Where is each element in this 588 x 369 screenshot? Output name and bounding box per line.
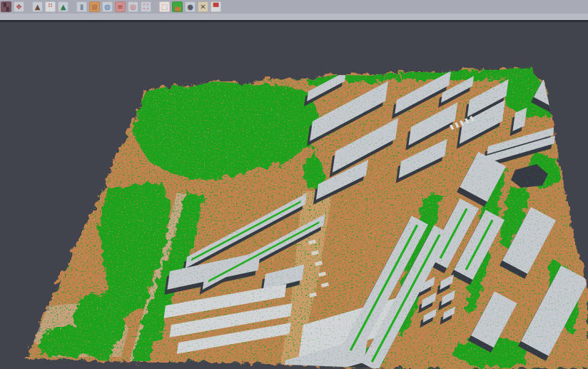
cut-tool-icon[interactable]: ✕ [198, 1, 208, 12]
globe-view-icon[interactable]: ◍ [102, 1, 113, 12]
application-window: ▚❖▲⠛▲▮■◍≡◎⛶⬚▄●✕▀ [0, 0, 588, 369]
toolbar-separator [26, 1, 30, 12]
classification-map-icon[interactable]: ▄ [172, 1, 183, 12]
sparse-points-icon[interactable]: ⠛ [45, 1, 56, 12]
profile-view-icon[interactable]: ▮ [76, 1, 87, 12]
toolbar: ▚❖▲⠛▲▮■◍≡◎⛶⬚▄●✕▀ [0, 0, 588, 22]
sphere-render-icon[interactable]: ● [185, 1, 196, 12]
delete-class-icon[interactable]: ▀ [211, 1, 221, 12]
classify-points-icon[interactable]: ❖ [14, 1, 24, 12]
clip-region-icon[interactable]: ⬚ [159, 1, 170, 12]
toolbar-separator [153, 1, 157, 12]
target-icon[interactable]: ◎ [128, 1, 138, 12]
toolbar-separator [71, 1, 74, 12]
layers-icon[interactable]: ≡ [115, 1, 126, 12]
selection-frame-icon[interactable]: ⛶ [141, 1, 151, 12]
terrain-surface-icon[interactable]: ▲ [32, 1, 43, 12]
vegetation-surface-icon[interactable]: ▲ [58, 1, 69, 12]
points-dataset-icon[interactable]: ▚ [1, 1, 11, 12]
3d-viewport[interactable] [0, 0, 588, 369]
ortho-image-icon[interactable]: ■ [89, 1, 100, 12]
